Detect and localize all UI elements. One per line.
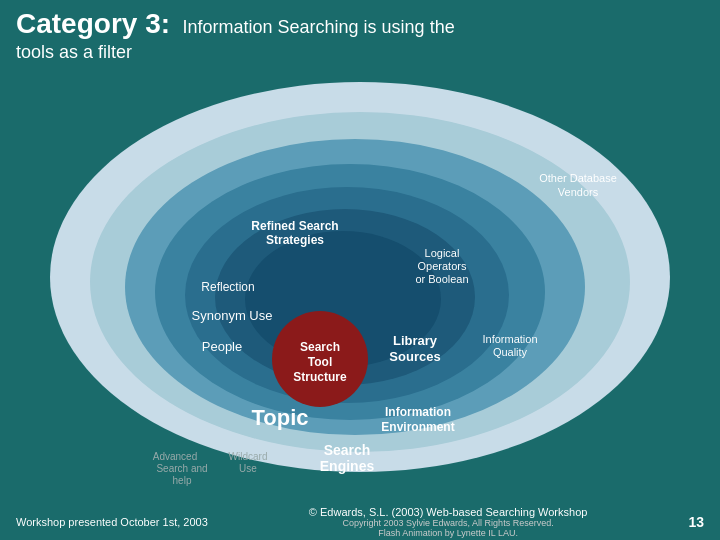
label-advanced: Advanced	[153, 451, 197, 462]
category-title: Category 3:	[16, 8, 170, 39]
label-logical: Logical	[425, 247, 460, 259]
label-wildcard-use: Use	[239, 463, 257, 474]
label-synonym: Synonym Use	[192, 308, 273, 323]
label-boolean: or Boolean	[415, 273, 468, 285]
label-other-db: Other Database	[539, 172, 617, 184]
label-strategies: Strategies	[266, 233, 324, 247]
label-reflection: Reflection	[201, 280, 254, 294]
label-search: Search	[300, 340, 340, 354]
page-number: 13	[688, 514, 704, 530]
label-people: People	[202, 339, 242, 354]
footer-left: Workshop presented October 1st, 2003	[16, 516, 208, 528]
diagram-container: Other Database Vendors Refined Search St…	[10, 67, 710, 497]
label-quality: Quality	[493, 346, 528, 358]
header: Category 3: Information Searching is usi…	[0, 0, 720, 67]
label-sources: Sources	[389, 349, 440, 364]
footer-center: © Edwards, S.L. (2003) Web-based Searchi…	[208, 506, 689, 538]
label-tool: Tool	[308, 355, 332, 369]
footer: Workshop presented October 1st, 2003 © E…	[0, 504, 720, 540]
label-structure: Structure	[293, 370, 347, 384]
title-inline: Information Searching is using the	[183, 17, 455, 37]
label-help: help	[173, 475, 192, 486]
footer-copyright2: Copyright 2003 Sylvie Edwards, All Right…	[228, 518, 669, 528]
label-environment: Environment	[381, 420, 454, 434]
label-search-help: Search and	[156, 463, 207, 474]
label-library: Library	[393, 333, 438, 348]
label-refined-search: Refined Search	[251, 219, 338, 233]
label-info-quality: Information	[482, 333, 537, 345]
label-search-engines: Search	[324, 442, 371, 458]
label-topic: Topic	[251, 405, 308, 430]
diagram-svg: Other Database Vendors Refined Search St…	[10, 67, 710, 497]
label-vendors: Vendors	[558, 186, 599, 198]
label-operators: Operators	[418, 260, 467, 272]
label-wildcard: Wildcard	[229, 451, 268, 462]
footer-copyright: © Edwards, S.L. (2003) Web-based Searchi…	[228, 506, 669, 518]
label-info-env: Information	[385, 405, 451, 419]
label-engines: Engines	[320, 458, 375, 474]
subtitle: tools as a filter	[16, 42, 704, 63]
footer-copyright3: Flash Animation by Lynette IL LAU.	[228, 528, 669, 538]
